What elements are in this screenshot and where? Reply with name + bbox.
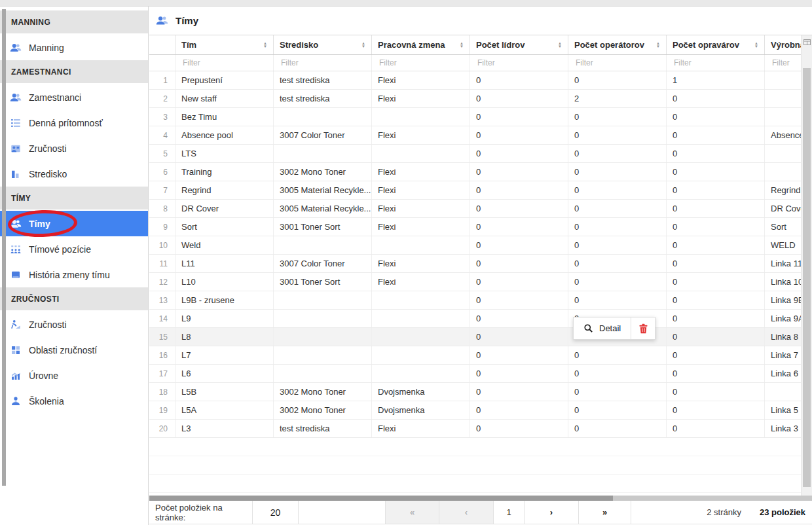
table-cell: 0 [667,236,765,254]
table-cell [372,145,470,162]
sort-icon[interactable]: ▲▼ [656,42,660,48]
table-cell: 0 [470,273,568,291]
previous-page-button[interactable]: ‹ [439,501,494,524]
table-row[interactable]: 13L9B - zrusene000Linka 9B [149,291,812,310]
table-row[interactable]: 7Regrind3005 Material Recykle...Flexi000… [149,181,812,200]
filter-input[interactable] [673,58,758,68]
table-row[interactable]: 15L8000Linka 8 [149,328,812,346]
sidebar-item-timove-pozicie[interactable]: Tímové pozície [0,236,148,262]
sort-icon[interactable]: ▲▼ [460,42,464,48]
filter-input[interactable] [574,58,660,68]
column-picker-icon[interactable] [803,37,811,47]
column-label: Počet operátorov [574,40,644,50]
table-cell: 0 [470,328,568,346]
empty-row [149,456,812,475]
table-cell: 0 [470,420,568,437]
people-icon [10,218,22,230]
sidebar-item-urovne[interactable]: Úrovne [0,363,148,388]
filter-input[interactable] [280,58,365,68]
sidebar-item-historia-zmeny-timu[interactable]: História zmeny tímu [0,262,148,287]
sidebar-item-timy[interactable]: Tímy [0,211,148,236]
table-cell: Sort [175,218,274,236]
bar-chart-icon [10,168,22,180]
page-header: Tímy [149,7,812,35]
last-page-button[interactable]: » [579,501,631,524]
horizontal-scrollbar-thumb[interactable] [149,496,613,501]
column-header[interactable]: Počet opravárov▲▼ [667,35,765,54]
row-number: 16 [149,346,175,364]
table-row[interactable]: 3Bez Timu000 [149,108,812,126]
table-cell: 3002 Mono Toner [274,383,372,401]
table-cell: 0 [470,365,568,382]
sidebar-item-label: Manning [29,43,64,53]
column-label: Počet lídrov [476,40,525,50]
table-row[interactable]: 8DR Cover3005 Material Recykle...Flexi00… [149,200,812,218]
table-row[interactable]: 4Absence pool3007 Color TonerFlexi000Abs… [149,126,812,145]
table-row[interactable]: 14L9000Linka 9A [149,310,812,328]
sidebar-item-zrucnosti-zam[interactable]: Zručnosti [0,136,148,161]
sort-icon[interactable]: ▲▼ [263,42,267,48]
column-header[interactable]: Stredisko▲▼ [274,35,372,54]
sidebar-scrollbar[interactable] [2,9,6,486]
items-per-page-value[interactable]: 20 [253,501,299,524]
table-row[interactable]: 18L5B3002 Mono TonerDvojsmenka000 [149,383,812,401]
detail-button[interactable]: Detail [574,317,631,339]
table-row[interactable]: 19L5A3002 Mono TonerDvojsmenka000Linka 5 [149,401,812,420]
table-row[interactable]: 1Prepustenítest strediskaFlexi001 [149,71,812,90]
column-header[interactable]: Počet lídrov▲▼ [470,35,568,54]
table-cell: 0 [568,200,667,217]
empty-row [149,438,812,456]
column-header[interactable]: Tím▲▼ [175,35,274,54]
sidebar-item-denna-pritomnost[interactable]: Denná prítomnosť [0,110,148,136]
table-row[interactable]: 17L6000Linka 6 [149,365,812,383]
pagination-info: 2 stránky 23 položiek [631,501,812,524]
filter-input[interactable] [476,58,562,68]
filter-input[interactable] [181,58,267,68]
table-cell: 0 [470,181,568,199]
table-row[interactable]: 12L103001 Toner SortFlexi000Linka 10 [149,273,812,291]
column-header[interactable]: Počet operátorov▲▼ [568,35,667,54]
table-row[interactable]: 5LTS000 [149,145,812,163]
horizontal-scrollbar[interactable] [149,496,812,501]
table-cell: Flexi [372,255,470,272]
sidebar-item-oblasti-zrucnosti[interactable]: Oblasti zručností [0,337,148,363]
sidebar-section-manning: MANNING [0,10,148,33]
sidebar-item-skolenia[interactable]: Školenia [0,388,148,414]
table-row[interactable]: 9Sort3001 Toner SortFlexi000Sort [149,218,812,236]
sidebar-item-stredisko[interactable]: Stredisko [0,161,148,187]
current-page-button[interactable]: 1 [494,501,525,524]
column-label: Výrobná [771,40,805,50]
table-row[interactable]: 16L7000Linka 7 [149,346,812,365]
table-row[interactable]: 10Weld000WELD [149,236,812,255]
sort-icon[interactable]: ▲▼ [361,42,365,48]
table-cell: Flexi [372,181,470,199]
table-cell: Prepustení [175,71,274,89]
table-row[interactable]: 20L3test strediskaFlexi000Linka 3 [149,420,812,438]
row-number: 6 [149,163,175,181]
row-number: 14 [149,310,175,327]
table-row[interactable]: 2New stafftest strediskaFlexi020 [149,90,812,108]
first-page-button[interactable]: « [386,501,439,524]
sidebar-item-manning[interactable]: Manning [0,35,148,60]
sidebar-item-zamestnanci[interactable]: Zamestnanci [0,84,148,110]
delete-button[interactable] [631,317,655,339]
table-cell: 0 [568,420,667,437]
filter-input[interactable] [378,58,464,68]
next-page-button[interactable]: › [525,501,579,524]
table-row[interactable]: 6Training3002 Mono TonerFlexi000 [149,163,812,181]
sidebar-section-timy: TÍMY [0,187,148,209]
vertical-scrollbar-thumb[interactable] [803,68,811,487]
table-cell: 3005 Material Recykle... [274,200,372,217]
skill-worker-icon [10,319,22,331]
column-header[interactable]: Pracovná zmena▲▼ [372,35,470,54]
row-number: 9 [149,218,175,236]
sort-icon[interactable]: ▲▼ [754,42,758,48]
table-row[interactable]: 11L113007 Color TonerFlexi000Linka 11 [149,255,812,273]
table-cell: 0 [470,200,568,217]
sort-icon[interactable]: ▲▼ [558,42,562,48]
empty-row [149,475,812,493]
table-cell: 3007 Color Toner [274,255,372,272]
sidebar-item-zrucnosti[interactable]: Zručnosti [0,312,148,337]
vertical-scrollbar[interactable] [801,35,812,496]
table-cell: L8 [175,328,274,346]
